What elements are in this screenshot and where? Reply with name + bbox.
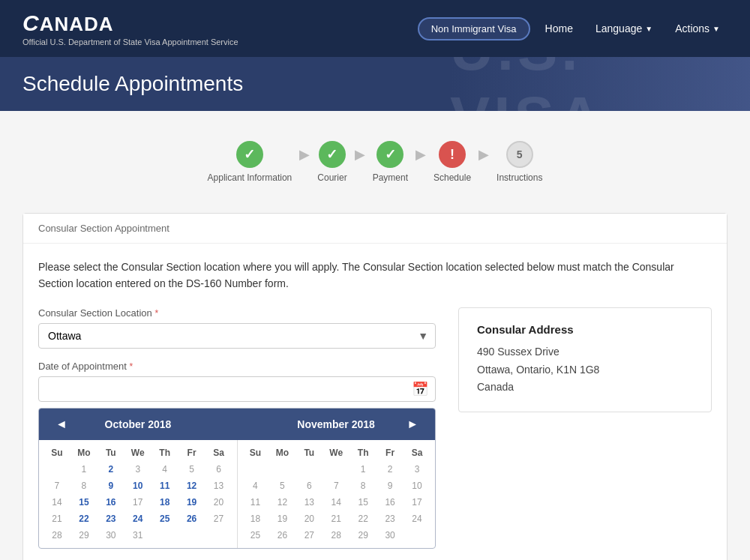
- nov-day: 20: [296, 511, 322, 527]
- nov-day: 1: [350, 461, 376, 478]
- date-input-wrapper: 📅: [38, 376, 436, 402]
- oct-day[interactable]: 19: [178, 494, 206, 511]
- oct-day[interactable]: 16: [98, 494, 124, 511]
- nov-day: 7: [322, 478, 350, 494]
- oct-day[interactable]: 15: [70, 494, 98, 511]
- nov-day: 28: [322, 527, 350, 544]
- oct-day[interactable]: 10: [124, 478, 152, 494]
- nov-day: 27: [296, 527, 322, 544]
- nov-wd-su: Su: [242, 445, 269, 461]
- oct-day: 1: [70, 461, 98, 478]
- nov-day: 19: [268, 511, 296, 527]
- oct-day[interactable]: 11: [152, 478, 178, 494]
- oct-day[interactable]: 24: [124, 511, 152, 527]
- address-heading: Consular Address: [477, 323, 693, 336]
- oct-day[interactable]: 2: [98, 461, 124, 478]
- check-icon-2: ✓: [326, 146, 338, 163]
- oct-weekdays: Su Mo Tu We Th Fr Sa: [44, 445, 232, 461]
- nov-day: 23: [376, 511, 404, 527]
- location-select[interactable]: Ottawa: [38, 323, 436, 349]
- nov-day: [296, 461, 322, 478]
- nov-day: 26: [268, 527, 296, 544]
- nov-day: 24: [404, 511, 430, 527]
- step-applicant: ✓ Applicant Information: [208, 141, 292, 183]
- actions-dropdown[interactable]: Actions ▼: [668, 18, 728, 39]
- oct-day: 28: [44, 527, 70, 544]
- nov-day: 11: [242, 494, 269, 511]
- header-nav: Non Immigrant Visa Home Language ▼ Actio…: [418, 17, 728, 40]
- nov-day: 5: [268, 478, 296, 494]
- prev-month-button[interactable]: ◄: [51, 416, 72, 433]
- step-courier: ✓ Courier: [317, 141, 346, 183]
- nov-day: 30: [376, 527, 404, 544]
- nov-day: 18: [242, 511, 269, 527]
- oct-day[interactable]: 26: [178, 511, 206, 527]
- logo: CANADA Official U.S. Department of State…: [22, 10, 238, 46]
- oct-day: 20: [206, 494, 232, 511]
- oct-day[interactable]: 12: [178, 478, 206, 494]
- calendar-body: Su Mo Tu We Th Fr Sa 1234567891011121314…: [39, 440, 435, 548]
- october-month: Su Mo Tu We Th Fr Sa 1234567891011121314…: [39, 440, 237, 548]
- nov-day: [322, 461, 350, 478]
- arrow-3: ▶: [416, 146, 426, 163]
- nov-wd-tu: Tu: [296, 445, 322, 461]
- oct-day[interactable]: 18: [152, 494, 178, 511]
- oct-day: 7: [44, 478, 70, 494]
- non-immigrant-visa-button[interactable]: Non Immigrant Visa: [418, 17, 530, 40]
- check-icon-3: ✓: [385, 146, 396, 163]
- language-dropdown[interactable]: Language ▼: [588, 18, 660, 39]
- oct-day[interactable]: 9: [98, 478, 124, 494]
- section-title: Consular Section Appointment: [23, 214, 727, 244]
- nov-day: 13: [296, 494, 322, 511]
- oct-wd-su: Su: [44, 445, 70, 461]
- actions-dropdown-arrow: ▼: [712, 25, 720, 33]
- step-schedule-label: Schedule: [434, 172, 471, 183]
- nov-weekdays: Su Mo Tu We Th Fr Sa: [242, 445, 431, 461]
- step-payment-circle: ✓: [376, 141, 404, 168]
- nov-day: 6: [296, 478, 322, 494]
- nov-wd-sa: Sa: [404, 445, 430, 461]
- nov-day: 10: [404, 478, 430, 494]
- calendar: ◄ October 2018 November 2018 ►: [38, 408, 436, 549]
- nov-wd-th: Th: [350, 445, 376, 461]
- nov-day: [242, 461, 269, 478]
- oct-wd-sa: Sa: [206, 445, 232, 461]
- nov-day: 15: [350, 494, 376, 511]
- calendar-icon[interactable]: 📅: [412, 381, 428, 397]
- progress-bar: ✓ Applicant Information ▶ ✓ Courier ▶ ✓ …: [22, 133, 728, 190]
- arrow-4: ▶: [478, 146, 489, 163]
- oct-day: 30: [98, 527, 124, 544]
- exclaim-icon: !: [450, 147, 454, 163]
- date-label: Date of Appointment *: [38, 361, 436, 372]
- next-month-button[interactable]: ►: [402, 416, 423, 433]
- oct-day: [44, 461, 70, 478]
- date-required-star: *: [129, 361, 133, 372]
- nov-day: 25: [242, 527, 269, 544]
- step-courier-label: Courier: [317, 172, 346, 183]
- oct-day[interactable]: 25: [152, 511, 178, 527]
- oct-day: 27: [206, 511, 232, 527]
- logo-c: C: [22, 10, 40, 35]
- nov-day: 29: [350, 527, 376, 544]
- nov-day: 17: [404, 494, 430, 511]
- language-dropdown-arrow: ▼: [645, 25, 652, 33]
- step-payment: ✓ Payment: [373, 141, 408, 183]
- step-instructions: 5 Instructions: [496, 141, 542, 183]
- page-title: Schedule Appointments: [22, 72, 728, 96]
- arrow-1: ▶: [299, 146, 310, 163]
- nov-header: November 2018 ►: [237, 409, 435, 440]
- logo-text: CANADA: [22, 10, 238, 36]
- oct-day[interactable]: 23: [98, 511, 124, 527]
- section-body: Please select the Consular Section locat…: [23, 244, 727, 560]
- nov-day: [404, 527, 430, 544]
- step-courier-circle: ✓: [319, 141, 346, 168]
- nov-day: 2: [376, 461, 404, 478]
- step-instructions-circle: 5: [506, 141, 533, 168]
- step-schedule: ! Schedule: [434, 141, 471, 183]
- nov-wd-fr: Fr: [376, 445, 404, 461]
- check-icon: ✓: [244, 146, 255, 163]
- oct-wd-fr: Fr: [178, 445, 206, 461]
- oct-day[interactable]: 22: [70, 511, 98, 527]
- home-link[interactable]: Home: [538, 18, 580, 39]
- date-input[interactable]: [38, 376, 436, 402]
